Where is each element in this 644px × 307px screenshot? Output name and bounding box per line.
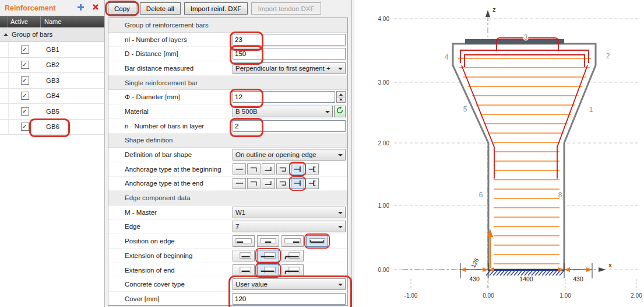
anchorage-end-icon-straight[interactable] xyxy=(233,178,246,189)
tree-row-gb1[interactable]: ✓GB1 xyxy=(0,42,104,58)
active-checkbox[interactable]: ✓ xyxy=(21,123,29,131)
copy-button[interactable]: Copy xyxy=(108,2,136,15)
row-indent xyxy=(0,42,8,57)
field-label: Concrete cover type xyxy=(108,281,233,288)
field-label: Edge xyxy=(108,223,233,230)
tree-header: Active Name xyxy=(0,16,104,27)
anchorage-begin-icon-hook-up[interactable] xyxy=(262,163,275,175)
svg-text:2: 2 xyxy=(606,52,610,60)
extension-end-icon-no-extension[interactable] xyxy=(233,264,255,276)
active-checkbox[interactable]: ✓ xyxy=(21,76,29,85)
anchorage-end-icon-hook-u[interactable] xyxy=(276,178,290,189)
distance-input[interactable] xyxy=(233,48,346,60)
tree-row-gb2[interactable]: ✓GB2 xyxy=(0,58,104,74)
extension-end-icon-extend-straight[interactable] xyxy=(257,264,279,276)
extension-begin-icon-extend-straight[interactable] xyxy=(257,250,279,261)
cover-type-value: User value xyxy=(235,281,268,288)
extension-begin-icon-extend-hook[interactable] xyxy=(281,250,304,261)
svg-text:4.00: 4.00 xyxy=(378,16,390,22)
field-label: Extension of end xyxy=(108,267,233,274)
group-of-bars-row[interactable]: Group of bars xyxy=(0,27,104,42)
chevron-down-icon xyxy=(338,284,343,286)
name-cell: GB6 xyxy=(41,120,104,135)
active-checkbox[interactable]: ✓ xyxy=(21,92,29,100)
tree-row-gb5[interactable]: ✓GB5 xyxy=(0,104,104,120)
material-select[interactable]: B 500B xyxy=(233,106,333,117)
drawing-viewport[interactable]: 4.003.002.001.000.00-1.000.001.002.00zx1… xyxy=(354,0,644,307)
position-icon-bar-left[interactable] xyxy=(233,235,255,247)
row-cover: Cover [mm] xyxy=(108,292,347,306)
extension-begin-icon-no-extension[interactable] xyxy=(233,250,255,261)
bars-in-layer-input[interactable] xyxy=(233,120,346,132)
extension-end-icon-extend-hook[interactable] xyxy=(281,264,304,276)
section-title: Edge component data xyxy=(125,194,191,201)
diameter-spinner xyxy=(336,91,346,103)
anchorage-begin-icons xyxy=(233,163,346,175)
section-drawing: 4.003.002.001.000.00-1.000.001.002.00zx1… xyxy=(354,0,644,307)
import-reinf-dxf-button[interactable]: Import reinf. DXF xyxy=(184,2,248,15)
field-label: Material xyxy=(108,108,233,115)
row-edge: Edge 7 xyxy=(108,220,347,235)
cover-type-select[interactable]: User value xyxy=(233,278,346,290)
anchorage-begin-icon-hook-u[interactable] xyxy=(276,163,290,175)
add-group-button[interactable] xyxy=(74,2,87,14)
spinner-up-button[interactable] xyxy=(337,92,345,97)
active-checkbox[interactable]: ✓ xyxy=(21,61,29,69)
position-icon-bar-middle[interactable] xyxy=(257,235,279,247)
spinner-down-button[interactable] xyxy=(337,97,345,103)
diameter-input[interactable] xyxy=(233,91,335,103)
anchorage-end-icons xyxy=(233,177,346,189)
row-extension-end: Extension of end xyxy=(108,263,347,278)
svg-text:2.00: 2.00 xyxy=(631,292,642,299)
position-icon-bar-full-edge[interactable] xyxy=(306,235,328,247)
section-title: Single reinforcement bar xyxy=(125,79,198,86)
master-select[interactable]: W1 xyxy=(233,207,346,218)
field-label: Definition of bar shape xyxy=(108,151,233,158)
active-cell: ✓ xyxy=(8,89,41,104)
row-bars-in-layer: n - Number of bars in layer xyxy=(108,119,347,134)
field-label: Position on edge xyxy=(108,238,233,245)
extension-begin-icons xyxy=(233,250,346,261)
bar-distance-select[interactable]: Perpendicular to first segment + xyxy=(233,62,346,74)
row-anchorage-end: Anchorage type at the end xyxy=(108,177,347,191)
row-master: M - Master W1 xyxy=(108,205,347,220)
chevron-down-icon xyxy=(338,68,343,70)
section-shape-definition: Shape definition xyxy=(108,134,347,148)
panel-splitter[interactable] xyxy=(351,0,352,307)
svg-text:z: z xyxy=(492,6,496,13)
anchorage-begin-icon-end-plate-hooks[interactable] xyxy=(305,163,319,175)
number-of-layers-input[interactable] xyxy=(233,34,346,46)
row-anchorage-begin: Anchorage type at the beginning xyxy=(108,162,347,177)
delete-all-button[interactable]: Delete all xyxy=(140,2,181,15)
active-checkbox[interactable]: ✓ xyxy=(21,107,29,116)
bar-shape-select[interactable]: On outline or opening edge xyxy=(233,149,346,161)
anchorage-end-icon-hook-down[interactable] xyxy=(247,178,261,189)
refresh-icon xyxy=(336,106,344,116)
anchorage-begin-icon-straight[interactable] xyxy=(233,163,246,175)
anchorage-begin-icon-hook-down[interactable] xyxy=(247,163,261,175)
anchorage-end-icon-end-plate[interactable] xyxy=(291,178,304,189)
cover-input[interactable] xyxy=(233,293,346,305)
anchorage-end-icon-hook-up[interactable] xyxy=(262,178,275,189)
edge-select[interactable]: 7 xyxy=(233,221,346,232)
row-number-of-layers: nl - Number of layers xyxy=(108,33,347,47)
svg-text:4: 4 xyxy=(445,53,449,61)
position-icon-bar-right[interactable] xyxy=(281,235,304,247)
anchorage-end-icon-end-plate-hooks[interactable] xyxy=(305,178,319,189)
name-cell: GB1 xyxy=(41,42,104,57)
row-bar-distance-measured: Bar distance measured Perpendicular to f… xyxy=(108,61,347,76)
tree-row-gb6[interactable]: ✓GB6 xyxy=(0,120,104,135)
anchorage-begin-icon-end-plate[interactable] xyxy=(291,163,304,175)
collapse-chevron-icon[interactable] xyxy=(3,33,8,36)
tree-row-gb4[interactable]: ✓GB4 xyxy=(0,89,104,104)
triangle-up-icon xyxy=(339,93,343,96)
field-label: Anchorage type at the beginning xyxy=(108,166,233,173)
svg-text:0.00: 0.00 xyxy=(483,292,494,299)
field-label: Bar distance measured xyxy=(108,65,233,72)
delete-group-button[interactable] xyxy=(89,2,102,14)
material-refresh-button[interactable] xyxy=(334,106,346,117)
row-diameter: Φ - Diameter [mm] xyxy=(108,90,347,104)
chevron-down-icon xyxy=(338,212,343,214)
active-checkbox[interactable]: ✓ xyxy=(21,46,29,54)
tree-row-gb3[interactable]: ✓GB3 xyxy=(0,73,104,89)
